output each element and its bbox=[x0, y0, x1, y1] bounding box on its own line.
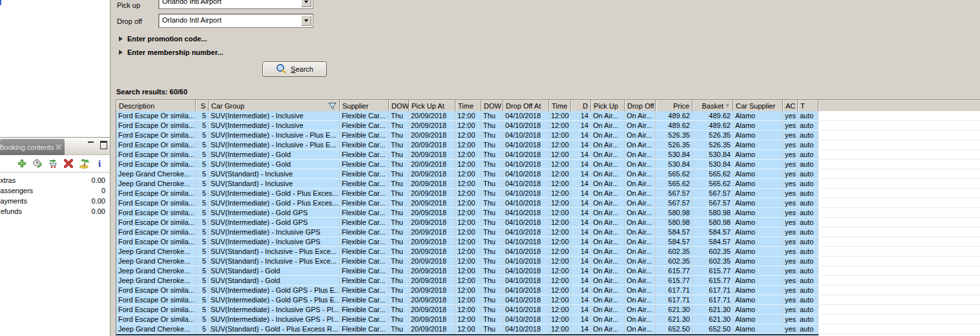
cell-time2[interactable]: 12:00 bbox=[549, 324, 571, 334]
cell-pick_up[interactable]: On Air... bbox=[591, 247, 625, 257]
cell-price[interactable]: 489.62 bbox=[656, 121, 693, 131]
cell-time[interactable]: 12:00 bbox=[455, 305, 481, 315]
cell-pick_up[interactable]: On Air... bbox=[591, 295, 625, 305]
cell-description[interactable]: Ford Escape Or simila... bbox=[116, 286, 196, 295]
cell-t[interactable]: auto bbox=[798, 179, 818, 189]
cell-ac[interactable]: yes bbox=[783, 189, 798, 198]
cell-description[interactable]: Ford Escape Or simila... bbox=[116, 218, 196, 227]
cell-drop_off_at[interactable]: 04/10/2018 bbox=[503, 324, 549, 334]
cell-pick_up[interactable]: On Air... bbox=[591, 208, 625, 218]
cell-pick_up_at[interactable]: 20/09/2018 bbox=[409, 276, 455, 286]
cell-pick_up_at[interactable]: 20/09/2018 bbox=[409, 324, 455, 334]
cell-price[interactable]: 526.35 bbox=[656, 140, 693, 150]
cell-description[interactable]: Jeep Grand Cheroke... bbox=[116, 169, 196, 179]
cell-description[interactable]: Jeep Grand Cheroke... bbox=[116, 247, 196, 257]
cell-d[interactable]: 14 bbox=[571, 295, 591, 305]
chevron-down-icon[interactable] bbox=[301, 16, 311, 26]
cell-supplier[interactable]: Flexible Car... bbox=[340, 179, 389, 189]
cell-t[interactable]: auto bbox=[798, 276, 818, 286]
cell-dow[interactable]: Thu bbox=[389, 218, 409, 227]
cell-time2[interactable]: 12:00 bbox=[549, 276, 571, 286]
cell-s[interactable]: 5 bbox=[196, 257, 209, 266]
cell-dow2[interactable]: Thu bbox=[481, 315, 503, 324]
cell-supplier[interactable]: Flexible Car... bbox=[340, 276, 389, 286]
cell-description[interactable]: Ford Escape Or simila... bbox=[116, 150, 196, 160]
cell-drop_off[interactable]: On Air... bbox=[625, 227, 656, 237]
cell-car_supplier[interactable]: Alamo bbox=[733, 169, 783, 179]
cell-dow[interactable]: Thu bbox=[389, 131, 409, 140]
column-header-price[interactable]: Price bbox=[656, 100, 693, 111]
cell-description[interactable]: Ford Escape Or simila... bbox=[116, 140, 196, 150]
cell-pick_up_at[interactable]: 20/09/2018 bbox=[409, 131, 455, 140]
table-row[interactable]: Ford Escape Or simila...5SUV(Intermediat… bbox=[116, 208, 980, 218]
cell-description[interactable]: Ford Escape Or simila... bbox=[116, 315, 196, 324]
cell-drop_off_at[interactable]: 04/10/2018 bbox=[503, 121, 549, 131]
cell-dow[interactable]: Thu bbox=[389, 257, 409, 266]
cell-description[interactable]: Ford Escape Or simila... bbox=[116, 131, 196, 140]
cell-drop_off_at[interactable]: 04/10/2018 bbox=[503, 198, 549, 208]
cell-pick_up[interactable]: On Air... bbox=[591, 121, 625, 131]
cell-pick_up_at[interactable]: 20/09/2018 bbox=[409, 218, 455, 227]
cell-pick_up_at[interactable]: 20/09/2018 bbox=[409, 208, 455, 218]
cell-drop_off[interactable]: On Air... bbox=[625, 237, 656, 247]
cell-dow2[interactable]: Thu bbox=[481, 150, 503, 160]
cell-pick_up_at[interactable]: 20/09/2018 bbox=[409, 169, 455, 179]
cell-basket[interactable]: 615.77 bbox=[693, 276, 733, 286]
cell-d[interactable]: 14 bbox=[571, 315, 591, 324]
cell-basket[interactable]: 615.77 bbox=[693, 266, 733, 276]
table-row[interactable]: Jeep Grand Cheroke...5SUV(Standard) - Go… bbox=[116, 266, 980, 276]
cell-drop_off[interactable]: On Air... bbox=[625, 276, 656, 286]
table-row[interactable]: Ford Escape Or simila...5SUV(Intermediat… bbox=[116, 189, 980, 198]
cell-time2[interactable]: 12:00 bbox=[549, 237, 571, 247]
cell-basket[interactable]: 565.62 bbox=[693, 169, 733, 179]
cell-t[interactable]: auto bbox=[798, 266, 818, 276]
cell-dow2[interactable]: Thu bbox=[481, 208, 503, 218]
column-header-dow[interactable]: DOW bbox=[389, 100, 409, 111]
cell-dow[interactable]: Thu bbox=[389, 121, 409, 131]
cell-dow[interactable]: Thu bbox=[389, 247, 409, 257]
column-header-ac[interactable]: AC bbox=[783, 100, 798, 111]
cell-basket[interactable]: 565.62 bbox=[693, 179, 733, 189]
cell-time[interactable]: 12:00 bbox=[455, 179, 481, 189]
cell-car_supplier[interactable]: Alamo bbox=[733, 121, 783, 131]
cell-drop_off[interactable]: On Air... bbox=[625, 315, 656, 324]
cell-dow2[interactable]: Thu bbox=[481, 257, 503, 266]
cell-dow2[interactable]: Thu bbox=[481, 189, 503, 198]
cell-car_group[interactable]: SUV(Standard) - Gold - Plus Excess R... bbox=[209, 324, 340, 334]
membership-number-expander[interactable]: Enter membership number... bbox=[119, 48, 224, 56]
cell-s[interactable]: 5 bbox=[196, 227, 209, 237]
cell-time2[interactable]: 12:00 bbox=[549, 131, 571, 140]
cell-time2[interactable]: 12:00 bbox=[549, 227, 571, 237]
cell-drop_off[interactable]: On Air... bbox=[625, 208, 656, 218]
cell-car_supplier[interactable]: Alamo bbox=[733, 276, 783, 286]
cell-s[interactable]: 5 bbox=[196, 286, 209, 295]
cell-car_group[interactable]: SUV(Standard) - Gold bbox=[209, 266, 340, 276]
cell-t[interactable]: auto bbox=[798, 140, 818, 150]
table-row[interactable]: Jeep Grand Cheroke...5SUV(Standard) - Go… bbox=[116, 276, 980, 286]
cell-time[interactable]: 12:00 bbox=[455, 237, 481, 247]
cell-dow[interactable]: Thu bbox=[389, 198, 409, 208]
cell-s[interactable]: 5 bbox=[196, 247, 209, 257]
cell-car_group[interactable]: SUV(Standard) - Gold bbox=[209, 276, 340, 286]
cell-time2[interactable]: 12:00 bbox=[549, 111, 571, 121]
cell-drop_off_at[interactable]: 04/10/2018 bbox=[503, 227, 549, 237]
cell-supplier[interactable]: Flexible Car... bbox=[340, 121, 389, 131]
cell-s[interactable]: 5 bbox=[196, 315, 209, 324]
cell-s[interactable]: 5 bbox=[196, 179, 209, 189]
cell-dow[interactable]: Thu bbox=[389, 111, 409, 121]
cell-ac[interactable]: yes bbox=[783, 324, 798, 334]
cell-pick_up[interactable]: On Air... bbox=[591, 218, 625, 227]
column-header-pick_up_at[interactable]: Pick Up At bbox=[409, 100, 455, 111]
cell-price[interactable]: 489.62 bbox=[656, 111, 693, 121]
cell-car_supplier[interactable]: Alamo bbox=[733, 131, 783, 140]
cell-time2[interactable]: 12:00 bbox=[549, 247, 571, 257]
cell-price[interactable]: 565.62 bbox=[656, 169, 693, 179]
cell-car_group[interactable]: SUV(Intermediate) - Gold - Plus Exces... bbox=[209, 189, 340, 198]
cell-t[interactable]: auto bbox=[798, 295, 818, 305]
cell-car_supplier[interactable]: Alamo bbox=[733, 286, 783, 295]
cell-drop_off_at[interactable]: 04/10/2018 bbox=[503, 189, 549, 198]
cell-ac[interactable]: yes bbox=[783, 286, 798, 295]
cell-time2[interactable]: 12:00 bbox=[549, 189, 571, 198]
table-row[interactable]: Ford Escape Or simila...5SUV(Intermediat… bbox=[116, 160, 980, 169]
cell-drop_off_at[interactable]: 04/10/2018 bbox=[503, 208, 549, 218]
